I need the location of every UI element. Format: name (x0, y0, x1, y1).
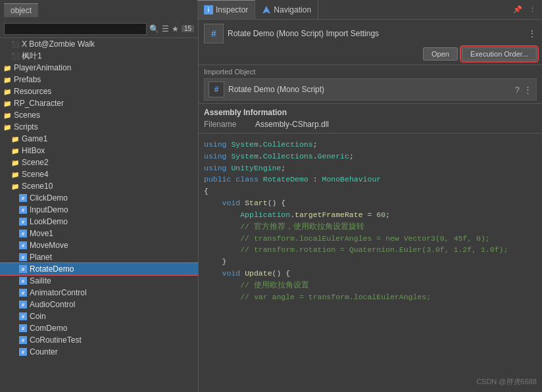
tree-label-game1: Game1 (22, 134, 47, 143)
help-icon[interactable]: ? (515, 85, 520, 95)
tree-item-fengye[interactable]: ⬛枫叶1 (0, 50, 198, 62)
tree-label-clickdemo: ClickDemo (30, 193, 68, 203)
tree-label-scripts: Scripts (14, 122, 38, 132)
execution-order-button[interactable]: Execution Order... (462, 47, 537, 61)
tree-label-inputdemo: InputDemo (30, 205, 68, 214)
code-line: using UnityEngine; (204, 162, 537, 174)
tree-item-playeranim[interactable]: 📁PlayerAnimation (0, 62, 198, 74)
tree-label-animctrl: AnimatorControl (30, 288, 87, 297)
code-line: // transform.rotation = Quaternion.Euler… (204, 244, 537, 256)
open-button[interactable]: Open (423, 47, 458, 61)
inspector-btn-row: Open Execution Order... (204, 47, 537, 61)
tree-icon-game1: 📁 (11, 134, 20, 143)
search-box[interactable] (4, 23, 147, 35)
code-line: } (204, 256, 537, 268)
right-tab-section: i Inspector Navigation 📌 ⋮ (197, 0, 542, 20)
star-icon[interactable]: ★ (172, 24, 179, 34)
code-line: { (204, 185, 537, 197)
tree-item-clickdemo[interactable]: #ClickDemo (0, 192, 198, 204)
tree-item-planet[interactable]: #Planet (0, 251, 198, 263)
tree-item-sailite[interactable]: #Sailite (0, 275, 198, 287)
tree-icon-rotatedemo: # (18, 264, 28, 274)
tree-item-rotatedemo[interactable]: #RotateDemo (0, 263, 198, 275)
code-line: public class RotateDemo : MonoBehaviour (204, 174, 537, 185)
tree-item-move1[interactable]: #Move1 (0, 228, 198, 239)
tree-icon-fengye: ⬛ (11, 51, 20, 61)
tree-label-move1: Move1 (30, 229, 53, 238)
tree-icon-coroutinetest: # (18, 335, 28, 345)
tree-item-coroutinetest[interactable]: #CoRoutineTest (0, 334, 198, 346)
tree-icon-xbot: ⬛ (11, 39, 20, 49)
tree-item-hitbox[interactable]: 📁HitBox (0, 145, 198, 157)
tree-item-lookdemo[interactable]: #LookDemo (0, 216, 198, 228)
filter-icon[interactable]: ☰ (162, 24, 169, 34)
tree-icon-prefabs: 📁 (3, 75, 12, 84)
inspector-tab[interactable]: i Inspector (197, 0, 255, 19)
tree-item-resources[interactable]: 📁Resources (0, 86, 198, 97)
tree-item-scenes[interactable]: 📁Scenes (0, 109, 198, 121)
tree-icon-movemove: # (18, 241, 28, 250)
tree-item-movemove[interactable]: #MoveMove (0, 239, 198, 251)
title-kebab-icon[interactable]: ⋮ (528, 28, 537, 39)
tree-item-inputdemo[interactable]: #InputDemo (0, 204, 198, 216)
tree-label-xbot: X Bot@Zombie Walk (22, 39, 95, 49)
tree-item-animctrl[interactable]: #AnimatorControl (0, 287, 198, 299)
tree-item-coin[interactable]: #Coin (0, 310, 198, 322)
search-icon[interactable]: 🔍 (149, 24, 159, 34)
tree-item-audioctrl[interactable]: #AudioControl (0, 299, 198, 310)
tree-icon-move1: # (18, 229, 28, 238)
main-content: 🔍 ☰ ★ 15 ⬛X Bot@Zombie Walk⬛枫叶1📁PlayerAn… (0, 20, 542, 392)
code-line: // 使用欧拉角设置 (204, 280, 537, 291)
tree-item-comdemo[interactable]: #ComDemo (0, 322, 198, 334)
tree-item-game1[interactable]: 📁Game1 (0, 133, 198, 145)
imported-controls: ? ⋮ (515, 85, 532, 95)
tab-bar: object i Inspector Navigation 📌 ⋮ (0, 0, 542, 20)
tree-item-scene2[interactable]: 📁Scene2 (0, 157, 198, 168)
tree-label-comdemo: ComDemo (30, 324, 67, 333)
search-input[interactable] (7, 25, 143, 33)
tab-controls: 📌 ⋮ (511, 4, 542, 15)
tree-label-scenes: Scenes (14, 110, 40, 120)
imported-kebab-icon[interactable]: ⋮ (524, 85, 532, 95)
assembly-section: Assembly Information Filename Assembly-C… (199, 104, 542, 134)
script-title-row: # Rotate Demo (Mono Script) Import Setti… (204, 24, 537, 43)
more-options-icon[interactable]: ⋮ (527, 4, 538, 15)
code-line: Application.targetFrameRate = 60; (204, 209, 537, 221)
inspector-tab-icon: i (204, 5, 213, 14)
tree-item-rp_char[interactable]: 📁RP_Character (0, 97, 198, 109)
tree-item-xbot[interactable]: ⬛X Bot@Zombie Walk (0, 38, 198, 50)
tree-label-rotatedemo: RotateDemo (30, 264, 74, 274)
tree-icon-playeranim: 📁 (3, 63, 12, 72)
pin-icon[interactable]: 📌 (511, 4, 524, 15)
code-line: // transform.localEulerAngles = new Vect… (204, 233, 537, 245)
code-line: using System.Collections; (204, 139, 537, 151)
object-tab-title[interactable]: object (4, 3, 38, 17)
assembly-title: Assembly Information (204, 108, 537, 117)
tree-item-prefabs[interactable]: 📁Prefabs (0, 74, 198, 86)
navigation-tab[interactable]: Navigation (255, 0, 318, 19)
left-panel-header: 🔍 ☰ ★ 15 (0, 20, 198, 38)
tree-item-scene4[interactable]: 📁Scene4 (0, 168, 198, 180)
imported-hash-icon: # (209, 82, 224, 97)
script-hash-icon: # (204, 24, 224, 43)
tree-label-lookdemo: LookDemo (30, 217, 68, 226)
tree-label-prefabs: Prefabs (14, 75, 41, 84)
tree-icon-resources: 📁 (3, 87, 12, 96)
tree-item-counter[interactable]: #Counter (0, 346, 198, 358)
script-title-text: Rotate Demo (Mono Script) Import Setting… (228, 29, 524, 38)
tree-label-scene10: Scene10 (22, 182, 53, 191)
tree-item-scene10[interactable]: 📁Scene10 (0, 180, 198, 192)
tree-icon-rp_char: 📁 (3, 99, 12, 108)
imported-name: Rotate Demo (Mono Script) (228, 85, 511, 94)
navigation-tab-icon (262, 5, 271, 14)
imported-section: Imported Object # Rotate Demo (Mono Scri… (199, 65, 542, 104)
tree-item-scripts[interactable]: 📁Scripts (0, 121, 198, 133)
right-panel: # Rotate Demo (Mono Script) Import Setti… (199, 20, 542, 392)
code-line: void Start() { (204, 197, 537, 209)
watermark: CSDN @胖虎6688 (476, 377, 537, 387)
tree-icon-lookdemo: # (18, 217, 28, 226)
code-line: // var angle = transform.localEulerAngle… (204, 291, 537, 303)
tree-icon-clickdemo: # (18, 193, 28, 203)
tree-label-scene4: Scene4 (22, 170, 49, 179)
tree-icon-scene10: 📁 (11, 182, 20, 191)
